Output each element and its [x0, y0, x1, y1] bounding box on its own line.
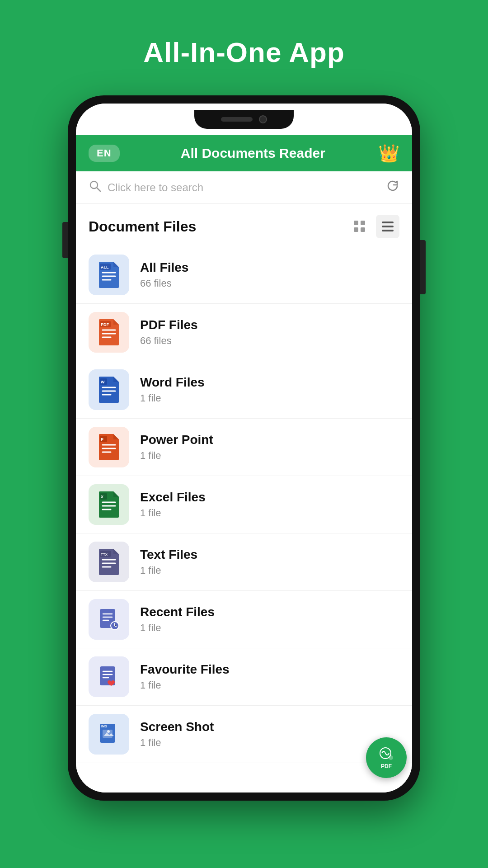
- file-count: 1 file: [140, 737, 399, 749]
- file-name: All Files: [140, 260, 399, 275]
- lang-badge[interactable]: EN: [89, 145, 120, 162]
- file-count: 66 files: [140, 278, 399, 289]
- section-title: Document Files: [89, 218, 348, 235]
- file-name: Word Files: [140, 375, 399, 390]
- app-header: EN All Documents Reader 👑: [76, 135, 412, 171]
- svg-text:ALL: ALL: [101, 265, 109, 269]
- file-info: PDF Files 66 files: [140, 318, 399, 347]
- list-item[interactable]: Recent Files 1 file: [76, 591, 412, 648]
- file-info: Favourite Files 1 file: [140, 662, 399, 691]
- file-info: Power Point 1 file: [140, 433, 399, 462]
- file-list: ALL All Files 66 files PDF PDF Files 66 …: [76, 246, 412, 793]
- file-name: Recent Files: [140, 605, 399, 619]
- file-count: 1 file: [140, 507, 399, 519]
- list-item[interactable]: TTX Text Files 1 file: [76, 533, 412, 591]
- file-icon-screenshot: IMG: [89, 714, 129, 755]
- file-icon-fav: [89, 656, 129, 697]
- svg-text:TTX: TTX: [101, 552, 108, 557]
- file-icon-all: ALL: [89, 255, 129, 295]
- crown-icon[interactable]: 👑: [378, 143, 399, 163]
- file-count: 1 file: [140, 392, 399, 404]
- svg-point-43: [107, 730, 110, 733]
- file-name: Excel Files: [140, 490, 399, 505]
- file-info: Screen Shot 1 file: [140, 720, 399, 749]
- svg-text:PDF: PDF: [101, 322, 109, 327]
- file-info: Text Files 1 file: [140, 547, 399, 576]
- notch-camera: [259, 115, 267, 123]
- notch-speaker: [221, 117, 253, 122]
- search-icon: [89, 179, 101, 195]
- search-input[interactable]: Click here to search: [108, 181, 386, 194]
- file-icon-word: W: [89, 369, 129, 410]
- svg-text:X: X: [101, 495, 103, 499]
- file-count: 1 file: [140, 450, 399, 462]
- refresh-icon[interactable]: [386, 179, 399, 196]
- list-item[interactable]: PDF PDF Files 66 files: [76, 304, 412, 361]
- svg-text:P: P: [101, 437, 103, 442]
- fab-button[interactable]: PDF: [366, 737, 407, 778]
- file-count: 66 files: [140, 335, 399, 347]
- file-icon-recent: [89, 599, 129, 640]
- phone-screen: EN All Documents Reader 👑 Click here to …: [76, 104, 412, 793]
- section-header: Document Files: [76, 204, 412, 246]
- file-info: Word Files 1 file: [140, 375, 399, 404]
- grid-view-button[interactable]: [348, 215, 371, 238]
- content-area: Document Files: [76, 204, 412, 793]
- file-info: Recent Files 1 file: [140, 605, 399, 634]
- file-count: 1 file: [140, 622, 399, 634]
- phone-frame: EN All Documents Reader 👑 Click here to …: [68, 95, 420, 801]
- file-icon-pdf: PDF: [89, 312, 129, 353]
- file-name: Screen Shot: [140, 720, 399, 734]
- file-icon-ppt: P: [89, 427, 129, 467]
- svg-text:IMG: IMG: [101, 725, 108, 728]
- app-header-title: All Documents Reader: [128, 146, 378, 161]
- notch: [194, 110, 294, 129]
- list-item[interactable]: Favourite Files 1 file: [76, 648, 412, 706]
- notch-bar: [76, 104, 412, 135]
- file-name: Text Files: [140, 547, 399, 562]
- list-item[interactable]: W Word Files 1 file: [76, 361, 412, 419]
- list-item[interactable]: IMG Screen Shot 1 file: [76, 706, 412, 763]
- fab-label: PDF: [381, 763, 392, 769]
- file-name: PDF Files: [140, 318, 399, 332]
- file-info: All Files 66 files: [140, 260, 399, 289]
- svg-line-1: [97, 188, 100, 191]
- list-view-button[interactable]: [376, 215, 399, 238]
- file-name: Favourite Files: [140, 662, 399, 677]
- list-item[interactable]: X Excel Files 1 file: [76, 476, 412, 533]
- svg-text:W: W: [101, 380, 105, 384]
- page-title: All-In-One App: [143, 36, 345, 68]
- list-item[interactable]: P Power Point 1 file: [76, 419, 412, 476]
- file-icon-excel: X: [89, 484, 129, 525]
- list-item[interactable]: ALL All Files 66 files: [76, 246, 412, 304]
- file-count: 1 file: [140, 679, 399, 691]
- svg-point-46: [389, 755, 393, 760]
- file-icon-txt: TTX: [89, 542, 129, 582]
- search-bar[interactable]: Click here to search: [76, 171, 412, 204]
- file-name: Power Point: [140, 433, 399, 447]
- file-info: Excel Files 1 file: [140, 490, 399, 519]
- file-count: 1 file: [140, 565, 399, 576]
